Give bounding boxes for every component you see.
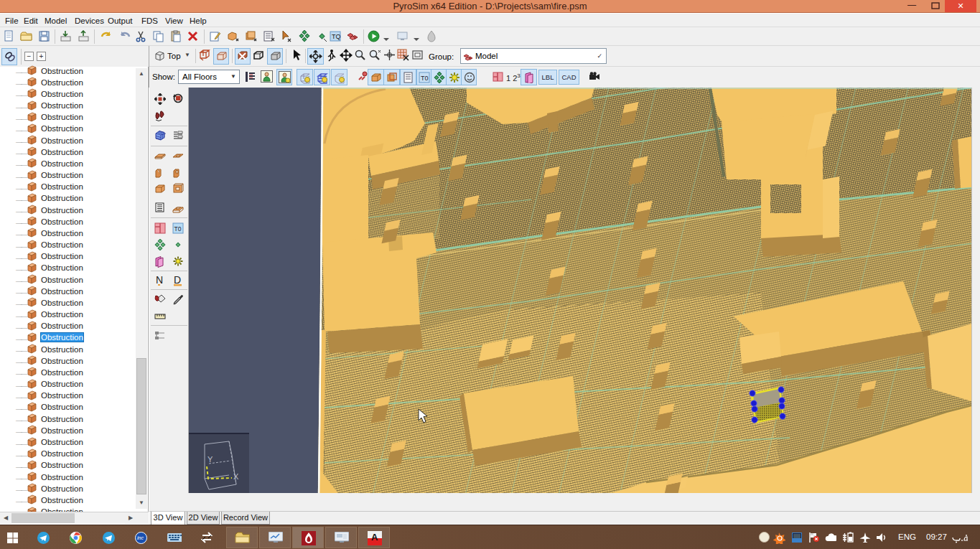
svg-text:X: X xyxy=(233,472,239,481)
svg-text:Y: Y xyxy=(207,455,213,464)
svg-text:A: A xyxy=(371,532,378,543)
svg-text:D: D xyxy=(174,274,181,286)
svg-text:N: N xyxy=(156,274,163,286)
svg-text:TQ: TQ xyxy=(332,33,341,40)
svg-text:T0: T0 xyxy=(174,225,182,233)
svg-text:T0: T0 xyxy=(421,75,429,82)
